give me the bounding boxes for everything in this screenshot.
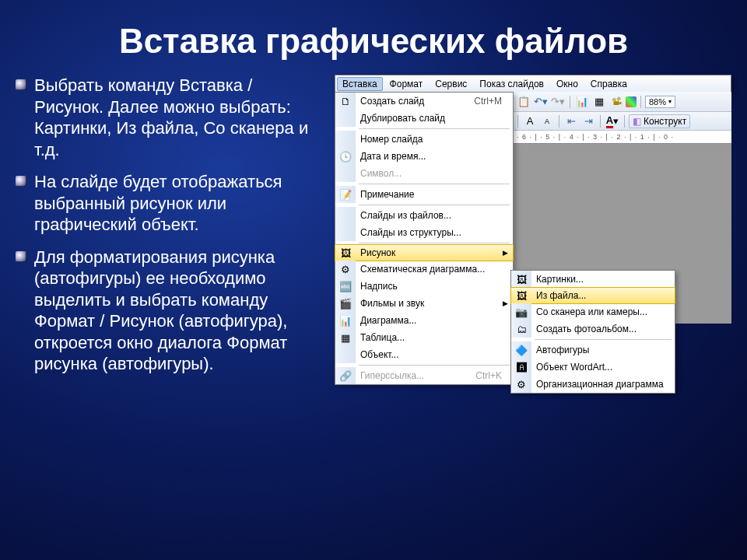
- insert-menu-item: Символ...: [335, 165, 513, 182]
- picture-menu-item[interactable]: 🖼Из файла...: [510, 287, 675, 304]
- menubar-help[interactable]: Справка: [585, 77, 633, 91]
- insert-menu-item-icon: 📊: [335, 312, 356, 329]
- insert-menu-item-shortcut: Ctrl+K: [475, 370, 510, 381]
- bullet-item: Для форматирования рисунка (автофигуры) …: [16, 247, 324, 375]
- picture-menu-item-icon: 🖼: [511, 287, 531, 304]
- designer-button[interactable]: ◧ Конструкт: [629, 114, 690, 128]
- redo-icon[interactable]: ↷▾: [550, 94, 566, 110]
- insert-menu-item-label: Таблица...: [356, 332, 510, 343]
- menubar: Вставка Формат Сервис Показ слайдов Окно…: [335, 75, 731, 93]
- font-size-inc-icon[interactable]: A: [539, 114, 555, 129]
- insert-menu-item-icon: [335, 207, 356, 224]
- picture-menu-item-icon: 🖼: [511, 271, 531, 288]
- insert-menu-item-label: Объект...: [356, 349, 510, 360]
- color-icon[interactable]: [626, 96, 637, 107]
- bullet-text: Выбрать команду Вставка / Рисунок. Далее…: [34, 75, 324, 160]
- insert-menu-item[interactable]: Дублировать слайд: [335, 110, 513, 127]
- insert-menu-item[interactable]: ▦Таблица...: [335, 329, 513, 346]
- insert-menu-item-icon: [335, 131, 356, 148]
- submenu-arrow-icon: ▶: [503, 249, 508, 257]
- picture-menu-item-label: Со сканера или камеры...: [531, 306, 672, 317]
- picture-menu-item-icon: 📷: [511, 303, 531, 320]
- insert-menu-item-label: Слайды из структуры...: [356, 227, 510, 238]
- insert-menu-item-shortcut: Ctrl+M: [474, 96, 510, 107]
- horizontal-ruler: · 6 · | · 5 · | · 4 · | · 3 · | · 2 · | …: [514, 131, 731, 144]
- insert-menu-item-icon: [335, 346, 356, 363]
- insert-menu-item-label: Дата и время...: [356, 151, 510, 162]
- bullet-icon: [16, 251, 26, 262]
- paste-icon[interactable]: 📋: [516, 94, 531, 110]
- insert-menu-item-icon: ⚙: [335, 261, 356, 278]
- insert-menu-item-icon: 🕓: [335, 148, 356, 165]
- picture-menu-item[interactable]: 🅰Объект WordArt...: [511, 359, 675, 376]
- insert-menu-item-icon: 🗋: [335, 93, 356, 110]
- insert-menu-item[interactable]: Слайды из структуры...: [335, 224, 513, 241]
- insert-menu-item-label: Рисунок: [356, 247, 510, 258]
- insert-menu-item[interactable]: 🔤Надпись: [335, 278, 513, 295]
- insert-menu-item[interactable]: Объект...: [335, 346, 513, 363]
- insert-menu-item[interactable]: Слайды из файлов...: [335, 207, 513, 224]
- bullet-icon: [16, 176, 26, 187]
- picture-menu-item-icon: 🅰: [511, 359, 531, 376]
- insert-menu-item-label: Создать слайд: [356, 96, 474, 107]
- font-color-icon[interactable]: A▾: [605, 114, 620, 129]
- insert-menu-item[interactable]: 🖼Рисунок▶: [335, 244, 514, 261]
- toolbar-formatting: A A ⇤ ⇥ A▾ ◧ Конструкт: [514, 112, 731, 131]
- undo-icon[interactable]: ↶▾: [533, 94, 549, 110]
- insert-menu-item-label: Слайды из файлов...: [356, 210, 510, 221]
- bullet-text: На слайде будет отображаться выбранный р…: [34, 171, 324, 236]
- insert-menu-item[interactable]: 🕓Дата и время...: [335, 148, 513, 165]
- zoom-selector[interactable]: 88%▾: [645, 96, 675, 108]
- insert-menu-item[interactable]: 📊Диаграмма...: [335, 312, 513, 329]
- insert-menu-item-label: Примечание: [356, 189, 510, 200]
- insert-menu-item[interactable]: 🎬Фильмы и звук▶: [335, 295, 513, 312]
- insert-menu-item[interactable]: Номер слайда: [335, 131, 513, 148]
- picture-menu-item-label: Создать фотоальбом...: [531, 324, 672, 334]
- picture-menu-item-label: Организационная диаграмма: [531, 379, 672, 390]
- insert-menu-item-label: Диаграмма...: [356, 315, 510, 326]
- indent-inc-icon[interactable]: ⇥: [580, 114, 596, 129]
- font-size-dec-icon[interactable]: A: [522, 114, 538, 129]
- insert-menu-item-icon: 🔤: [335, 278, 356, 295]
- insert-menu-item-icon: 🔗: [335, 367, 356, 384]
- picture-menu-item[interactable]: 🗂Создать фотоальбом...: [511, 320, 675, 338]
- slide-title: Вставка графических файлов: [0, 0, 747, 75]
- menubar-insert[interactable]: Вставка: [337, 77, 383, 91]
- table-icon[interactable]: ▦: [591, 94, 607, 110]
- insert-menu-item-icon: ▦: [335, 329, 356, 346]
- picture-menu-item[interactable]: 📷Со сканера или камеры...: [511, 303, 675, 320]
- picture-menu-separator: [535, 339, 672, 340]
- insert-menu-item[interactable]: ⚙Схематическая диаграмма...: [335, 261, 513, 278]
- chart-icon[interactable]: 📊: [574, 94, 590, 110]
- insert-menu-item[interactable]: 🗋Создать слайдCtrl+M: [335, 93, 513, 110]
- picture-submenu: 🖼Картинки...🖼Из файла...📷Со сканера или …: [510, 270, 675, 394]
- designer-icon: ◧: [633, 116, 641, 127]
- bullet-item: На слайде будет отображаться выбранный р…: [16, 171, 324, 236]
- insert-menu-item-icon: [335, 110, 356, 127]
- menubar-window[interactable]: Окно: [551, 77, 584, 91]
- insert-menu-item-icon: [335, 165, 356, 182]
- picture-menu-item[interactable]: ⚙Организационная диаграмма: [511, 376, 675, 393]
- insert-menu-item-label: Гиперссылка...: [356, 370, 475, 381]
- picture-menu-item-icon: ⚙: [511, 376, 531, 393]
- insert-menu-item-icon: 🖼: [335, 244, 356, 261]
- menubar-service[interactable]: Сервис: [430, 77, 472, 91]
- bullet-list: Выбрать команду Вставка / Рисунок. Далее…: [16, 75, 324, 386]
- insert-menu-separator: [359, 184, 510, 184]
- picture-menu-item[interactable]: 🖼Картинки...: [511, 271, 675, 288]
- menubar-format[interactable]: Формат: [384, 77, 429, 91]
- picture-menu-item-icon: 🔷: [511, 341, 531, 359]
- insert-menu-item[interactable]: 📝Примечание: [335, 186, 513, 203]
- insert-menu-item-label: Символ...: [356, 168, 510, 179]
- insert-menu-item: 🔗Гиперссылка...Ctrl+K: [335, 367, 513, 384]
- show-icon[interactable]: 📽: [608, 94, 624, 110]
- picture-menu-item-icon: 🗂: [511, 320, 531, 338]
- insert-menu-separator: [359, 243, 510, 243]
- indent-dec-icon[interactable]: ⇤: [563, 114, 579, 129]
- toolbar-standard: 📋 ↶▾ ↷▾ 📊 ▦ 📽 88%▾: [514, 92, 731, 112]
- insert-menu-item-label: Дублировать слайд: [356, 113, 510, 124]
- menubar-slideshow[interactable]: Показ слайдов: [474, 77, 549, 91]
- picture-menu-item[interactable]: 🔷Автофигуры: [511, 341, 675, 359]
- powerpoint-window: Вставка Формат Сервис Показ слайдов Окно…: [335, 75, 731, 94]
- insert-menu-item-label: Номер слайда: [356, 134, 510, 145]
